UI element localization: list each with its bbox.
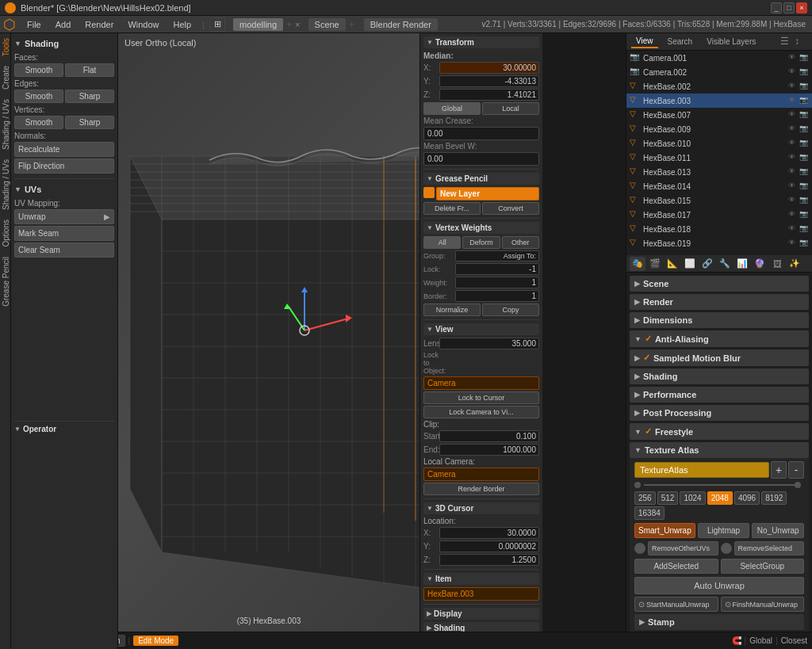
aa-section-header[interactable]: ▼ ✓ Anti-Aliasing bbox=[630, 330, 809, 347]
hex019-render[interactable]: 📷 bbox=[799, 239, 809, 248]
item-section-header[interactable]: Item bbox=[423, 573, 539, 585]
smooth-edge-btn[interactable]: Smooth bbox=[14, 90, 63, 103]
size-16384-btn[interactable]: 16384 bbox=[634, 506, 665, 520]
hex003-vis[interactable]: 👁 bbox=[788, 96, 798, 105]
hex017-render[interactable]: 📷 bbox=[799, 210, 809, 220]
transform-section-header[interactable]: Transform bbox=[423, 36, 539, 48]
workspace-modelling[interactable]: modelling bbox=[233, 18, 283, 31]
outliner-item-hexbase003[interactable]: ▽ HexBase.003 👁 📷 bbox=[626, 94, 812, 108]
hex013-vis[interactable]: 👁 bbox=[788, 167, 798, 177]
deform-toggle[interactable]: Deform bbox=[462, 236, 500, 249]
x-value[interactable]: 30.00000 bbox=[439, 62, 539, 74]
prop-tab-render[interactable]: 🎬 bbox=[647, 257, 663, 271]
hex019-vis[interactable]: 👁 bbox=[788, 239, 798, 248]
outliner-item-hexbase010[interactable]: ▽ HexBase.010 👁 📷 bbox=[626, 136, 812, 151]
add-scene-btn[interactable]: + bbox=[347, 19, 356, 30]
outliner-search-tab[interactable]: Search bbox=[663, 36, 698, 48]
hex011-vis[interactable]: 👁 bbox=[788, 153, 798, 162]
outliner-view-tab[interactable]: View bbox=[631, 35, 658, 48]
z-value[interactable]: 1.41021 bbox=[439, 89, 539, 101]
recalculate-btn[interactable]: Recalculate bbox=[14, 142, 114, 157]
outliner-item-hexbase007[interactable]: ▽ HexBase.007 👁 📷 bbox=[626, 108, 812, 122]
stamp-header[interactable]: ▶ Stamp bbox=[634, 614, 804, 630]
outliner-item-hexbase019[interactable]: ▽ HexBase.019 👁 📷 bbox=[626, 236, 812, 250]
view-section-header[interactable]: View bbox=[423, 323, 539, 335]
close-workspace-btn[interactable]: × bbox=[295, 20, 300, 29]
start-manual-btn[interactable]: ⊙ StartManualUnwrap bbox=[634, 597, 718, 612]
ta-section-header[interactable]: ▼ Texture Atlas bbox=[630, 442, 809, 458]
mean-crease-val[interactable]: 0.00 bbox=[423, 127, 539, 140]
outliner-sort-icon[interactable]: ↕ bbox=[795, 36, 807, 48]
hex017-vis[interactable]: 👁 bbox=[788, 210, 798, 220]
hex013-render[interactable]: 📷 bbox=[799, 167, 809, 177]
scene-section-header[interactable]: ▶ Scene bbox=[630, 276, 809, 292]
hex014-render[interactable]: 📷 bbox=[799, 181, 809, 191]
menu-render[interactable]: Render bbox=[79, 18, 120, 31]
select-group-btn[interactable]: SelectGroup bbox=[721, 559, 805, 574]
outliner-layers-tab[interactable]: Visible Layers bbox=[702, 36, 760, 48]
finish-manual-btn[interactable]: ⊙ FinshManualUnwrap bbox=[721, 597, 805, 612]
smooth-face-btn[interactable]: Smooth bbox=[14, 63, 63, 77]
freestyle-header[interactable]: ▼ ✓ Freestyle bbox=[630, 423, 809, 440]
lock-val[interactable]: -1 bbox=[455, 263, 539, 275]
hex009-render[interactable]: 📷 bbox=[799, 124, 809, 134]
outliner-item-hexbase018[interactable]: ▽ HexBase.018 👁 📷 bbox=[626, 222, 812, 236]
unwrap-btn[interactable]: Unwrap ▶ bbox=[14, 209, 114, 224]
fs-check[interactable]: ✓ bbox=[645, 426, 652, 437]
no-unwrap-btn[interactable]: No_Unwrap bbox=[752, 523, 804, 538]
prop-tab-object[interactable]: ⬜ bbox=[682, 257, 698, 271]
remove-other-btn[interactable]: RemoveOtherUVs bbox=[648, 541, 718, 555]
border-val[interactable]: 1 bbox=[455, 290, 539, 302]
ta-name-input[interactable] bbox=[634, 462, 769, 478]
hex018-render[interactable]: 📷 bbox=[799, 224, 809, 234]
hex014-vis[interactable]: 👁 bbox=[788, 181, 798, 191]
convert-btn[interactable]: Convert bbox=[482, 202, 539, 215]
display-section-header[interactable]: Display bbox=[423, 608, 539, 620]
render-section-header[interactable]: ▶ Render bbox=[630, 294, 809, 310]
lock-cursor-btn[interactable]: Lock to Cursor bbox=[423, 391, 539, 404]
prop-tab-modifier[interactable]: 🔧 bbox=[717, 257, 733, 271]
size-4096-btn[interactable]: 4096 bbox=[734, 491, 760, 505]
menu-file[interactable]: File bbox=[21, 18, 48, 31]
engine-selector[interactable]: Blender Render bbox=[364, 18, 438, 31]
prop-tab-data[interactable]: 📊 bbox=[734, 257, 750, 271]
hex002-vis[interactable]: 👁 bbox=[788, 82, 798, 91]
dimensions-section-header[interactable]: ▶ Dimensions bbox=[630, 312, 809, 328]
sharp-edge-btn[interactable]: Sharp bbox=[65, 90, 114, 103]
aa-check[interactable]: ✓ bbox=[645, 334, 652, 344]
menu-add[interactable]: Add bbox=[49, 18, 78, 31]
prop-tab-texture[interactable]: 🖼 bbox=[769, 257, 785, 271]
size-2048-btn[interactable]: 2048 bbox=[707, 491, 733, 505]
size-dot-2[interactable] bbox=[795, 482, 801, 488]
performance-header[interactable]: ▶ Performance bbox=[630, 387, 809, 403]
viewport[interactable]: User Ortho (Local) bbox=[118, 33, 419, 632]
smart-unwrap-btn[interactable]: Smart_Unwrap bbox=[634, 523, 695, 538]
scene-selector[interactable]: Scene bbox=[308, 18, 346, 31]
other-toggle[interactable]: Other bbox=[502, 236, 539, 249]
add-selected-btn[interactable]: AddSelected bbox=[634, 559, 718, 574]
lock-camera-btn[interactable]: Lock Camera to Vi... bbox=[423, 406, 539, 418]
hex018-vis[interactable]: 👁 bbox=[788, 224, 798, 234]
prop-tab-material[interactable]: 🔮 bbox=[752, 257, 768, 271]
flat-face-btn[interactable]: Flat bbox=[65, 63, 114, 77]
shading2-section-header[interactable]: Shading bbox=[423, 622, 539, 632]
outliner-item-hexbase014[interactable]: ▽ HexBase.014 👁 📷 bbox=[626, 179, 812, 193]
size-8192-btn[interactable]: 8192 bbox=[761, 491, 787, 505]
prop-tab-dims[interactable]: 📐 bbox=[665, 257, 680, 271]
hex015-vis[interactable]: 👁 bbox=[788, 196, 798, 205]
hex003-render[interactable]: 📷 bbox=[799, 96, 809, 105]
outliner-item-hexbase009[interactable]: ▽ HexBase.009 👁 📷 bbox=[626, 122, 812, 136]
snap-icon[interactable]: 🧲 bbox=[732, 636, 741, 645]
shading-header[interactable]: Shading bbox=[14, 36, 114, 51]
mark-seam-btn[interactable]: Mark Seam bbox=[14, 226, 114, 241]
tools-tab[interactable]: Tools bbox=[0, 33, 10, 61]
local-cam-val[interactable]: Camera bbox=[423, 468, 539, 481]
minimize-btn[interactable]: _ bbox=[771, 2, 782, 13]
maximize-btn[interactable]: □ bbox=[783, 2, 795, 13]
render-border-btn[interactable]: Render Border bbox=[423, 483, 539, 495]
outliner-item-camera002[interactable]: 📷 Camera.002 👁 📷 bbox=[626, 65, 812, 79]
hex015-render[interactable]: 📷 bbox=[799, 196, 809, 205]
grease-pencil-tab[interactable]: Grease Pencil bbox=[0, 252, 10, 311]
relations-tab[interactable]: Shading / UVs bbox=[0, 94, 10, 155]
size-512-btn[interactable]: 512 bbox=[657, 491, 679, 505]
